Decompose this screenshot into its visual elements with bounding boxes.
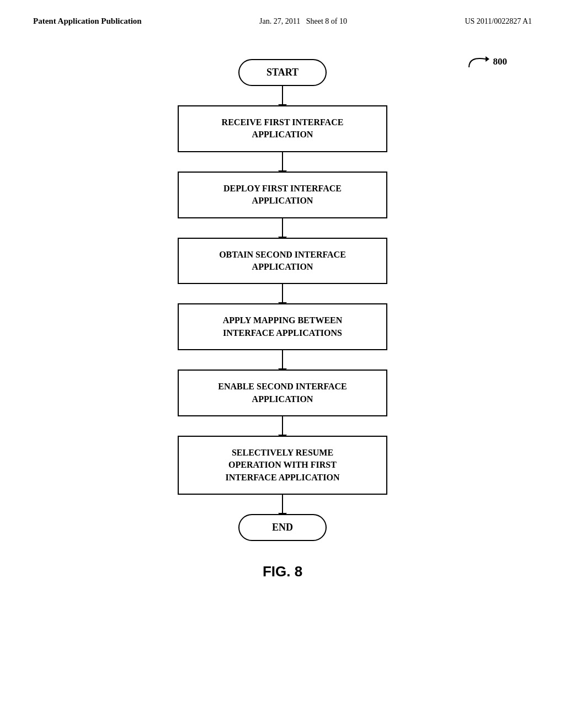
step-808-row: 808— APPLY MAPPING BETWEENINTERFACE APPL… [0, 303, 565, 350]
header-left: Patent Application Publication [33, 17, 142, 26]
arrow-1 [282, 86, 283, 105]
start-box: START [238, 59, 327, 86]
step-802-box: RECEIVE FIRST INTERFACEAPPLICATION [178, 105, 387, 152]
step-806-row: 806— OBTAIN SECOND INTERFACEAPPLICATION [0, 238, 565, 285]
arrow-2 [282, 152, 283, 172]
arrow-7 [282, 495, 283, 514]
fig-caption: FIG. 8 [263, 563, 302, 580]
step-812-box: SELECTIVELY RESUMEOPERATION WITH FIRSTIN… [178, 436, 387, 495]
step-810-box: ENABLE SECOND INTERFACEAPPLICATION [178, 370, 387, 416]
step-804-box: DEPLOY FIRST INTERFACEAPPLICATION [178, 172, 387, 218]
page-header: Patent Application Publication Jan. 27, … [0, 0, 565, 26]
arrow-6 [282, 416, 283, 436]
header-center: Jan. 27, 2011 Sheet 8 of 10 [259, 17, 347, 26]
arrow-4 [282, 284, 283, 303]
step-806-box: OBTAIN SECOND INTERFACEAPPLICATION [178, 238, 387, 285]
end-box: END [238, 514, 327, 541]
step-802-row: 802— RECEIVE FIRST INTERFACEAPPLICATION [0, 105, 565, 152]
flowchart: START 802— RECEIVE FIRST INTERFACEAPPLIC… [0, 59, 565, 541]
start-row: START [0, 59, 565, 86]
header-right: US 2011/0022827 A1 [465, 17, 532, 26]
arrow-5 [282, 350, 283, 370]
step-808-box: APPLY MAPPING BETWEENINTERFACE APPLICATI… [178, 303, 387, 350]
header-sheet: Sheet 8 of 10 [306, 17, 347, 25]
header-date: Jan. 27, 2011 [259, 17, 300, 25]
diagram-area: 800 START 802— RECEIVE FIRST INTERFACEAP… [0, 26, 565, 580]
step-812-row: 812— SELECTIVELY RESUMEOPERATION WITH FI… [0, 436, 565, 495]
arrow-3 [282, 218, 283, 238]
step-810-row: 810— ENABLE SECOND INTERFACEAPPLICATION [0, 370, 565, 416]
step-804-row: 804— DEPLOY FIRST INTERFACEAPPLICATION [0, 172, 565, 218]
end-row: END [0, 514, 565, 541]
